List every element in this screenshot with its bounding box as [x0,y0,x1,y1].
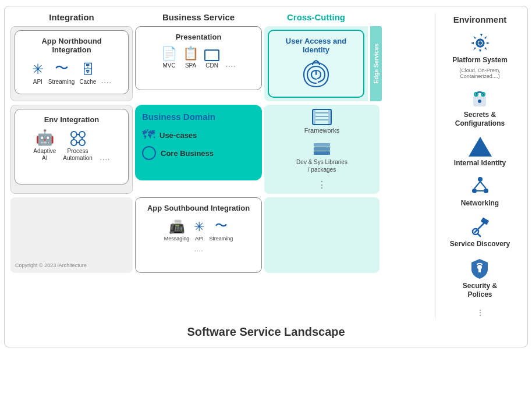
crosscutting-row2-bg: Frameworks Dev & Sys Libraries/ packages… [264,105,380,194]
main-container: Integration Business Service Cross-Cutti… [4,6,528,347]
platform-sublabel: (Cloud, On-Prem, Containerized....) [442,68,518,79]
edge-services-label: Edge Services [373,44,380,83]
frameworks-label: Frameworks [304,127,340,134]
svg-rect-10 [328,109,331,125]
southbound-api: ✳ API [194,219,204,242]
copyright-text: Copyright © 2023 iArchitecture [15,262,87,268]
internal-identity-label: Internal Identity [454,159,506,168]
svg-point-1 [79,132,85,137]
row3: Copyright © 2023 iArchitecture App South… [10,197,435,273]
env-service-discovery: Service Discovery [450,216,510,249]
triangle-icon [469,137,492,157]
env-internal-identity: Internal Identity [454,137,506,168]
southbound-streaming: 〜 Streaming [209,217,233,242]
bottom-title: Software Service Landscape [10,325,522,339]
env-secrets-config: Secrets &Configurations [455,87,505,129]
presentation-more: …. [225,59,236,69]
card-southbound: App Southbound Integration 📠 Messaging ✳… [135,197,262,273]
row1: App Northbound Integration ✳ API 〜 Strea… [10,26,435,101]
use-cases-item: 🗺 Use-cases [142,127,255,143]
col-header-integration: Integration [10,12,133,23]
core-business-item: Core Business [142,146,255,160]
secrets-icon [469,87,490,108]
main-diagram: Integration Business Service Cross-Cutti… [10,12,435,319]
svg-point-3 [79,140,85,145]
business-domain-title: Business Domain [142,112,255,122]
env-process-automation: ProcessAutomation [63,130,93,162]
southbound-more: …. [141,245,256,253]
env-more-dots: ⋮ [476,308,484,317]
networking-label: Networking [461,199,499,208]
svg-rect-14 [314,151,330,155]
svg-rect-31 [480,218,488,225]
service-discovery-icon [470,216,491,237]
edge-services-bar: Edge Services [370,26,382,101]
svg-rect-16 [314,143,330,147]
svg-line-27 [474,182,480,189]
svg-rect-9 [313,109,315,125]
cc-row2-dots: ⋮ [268,179,376,190]
business-row3-bg: App Southbound Integration 📠 Messaging ✳… [135,197,262,273]
card-presentation: Presentation 📄 MVC 📋 SPA [135,26,262,90]
environment-panel: Environment Platform System (C [435,12,522,319]
crosscutting-row1-bg: User Access and Identity [264,26,368,101]
northbound-api: ✳ API [32,61,44,85]
col-header-crosscutting: Cross-Cutting [264,12,368,23]
user-access-title: User Access and Identity [275,37,357,54]
user-access-icon-area [275,59,357,91]
integration-row2-bg: Env Integration 🤖 AdaptiveAI [10,105,133,194]
svg-point-19 [478,41,482,45]
business-row2-bg: Business Domain 🗺 Use-cases Core Busines… [135,105,262,194]
env-more: …. [100,152,110,162]
northbound-more: …. [101,76,111,85]
gear-icon [470,33,491,54]
card-northbound: App Northbound Integration ✳ API 〜 Strea… [15,30,129,94]
libraries-icon [311,140,332,157]
env-integration-title: Env Integration [21,115,122,124]
networking-icon [471,176,489,197]
card-user-access: User Access and Identity [268,30,364,98]
svg-point-24 [478,177,483,182]
env-security-polices: Security &Polices [463,257,497,300]
env-platform-system: Platform System (Cloud, On-Prem, Contain… [442,33,518,79]
libraries-item: Dev & Sys Libraries/ packages [268,140,376,173]
presentation-title: Presentation [141,33,256,41]
presentation-mvc: 📄 MVC [161,46,177,69]
svg-line-28 [480,182,486,189]
card-business-domain: Business Domain 🗺 Use-cases Core Busines… [135,105,262,180]
frameworks-icon [311,108,332,126]
southbound-title: App Southbound Integration [141,204,256,212]
crosscutting-row3-bg [264,197,380,273]
integration-row3-bg: Copyright © 2023 iArchitecture [10,197,133,273]
presentation-spa: 📋 SPA [183,46,198,69]
northbound-title: App Northbound Integration [21,37,122,54]
svg-point-21 [478,100,481,103]
env-adaptive-ai: 🤖 AdaptiveAI [33,129,56,162]
env-networking: Networking [461,176,499,208]
southbound-messaging: 📠 Messaging [164,219,190,242]
env-title: Environment [442,15,518,24]
card-env-integration: Env Integration 🤖 AdaptiveAI [15,109,129,184]
diagram-layout: Integration Business Service Cross-Cutti… [10,12,522,319]
platform-label: Platform System [452,56,508,65]
integration-row1-bg: App Northbound Integration ✳ API 〜 Strea… [10,26,133,101]
svg-rect-35 [478,269,481,272]
svg-line-33 [478,234,480,236]
svg-point-2 [71,140,77,145]
secrets-label: Secrets &Configurations [455,111,505,129]
northbound-streaming: 〜 Streaming [48,59,75,85]
presentation-cdn: CDN [204,49,219,69]
service-discovery-label: Service Discovery [450,240,510,249]
svg-point-34 [477,265,482,269]
col-header-business: Business Service [135,12,262,23]
fingerprint-icon [302,59,331,91]
svg-rect-15 [314,147,330,151]
frameworks-item: Frameworks [268,108,376,134]
business-row1-bg: Presentation 📄 MVC 📋 SPA [135,26,262,101]
libraries-label: Dev & Sys Libraries/ packages [296,158,347,173]
svg-point-0 [71,132,77,137]
row2: Env Integration 🤖 AdaptiveAI [10,105,435,194]
security-icon [469,257,490,279]
security-label: Security &Polices [463,282,497,300]
northbound-cache: 🗄 Cache [79,62,96,85]
